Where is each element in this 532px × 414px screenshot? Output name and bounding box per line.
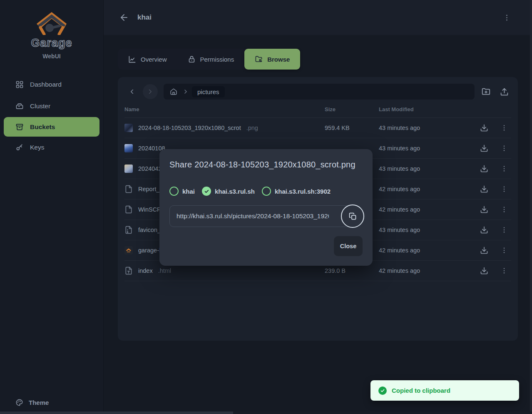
- sidebar-item-label: Buckets: [30, 123, 55, 131]
- row-menu-button[interactable]: [500, 124, 508, 132]
- download-icon: [480, 246, 488, 254]
- browser-toolbar: pictures: [124, 84, 511, 100]
- column-header-name: Name: [124, 106, 325, 112]
- kebab-menu-icon: [500, 124, 508, 132]
- download-icon: [480, 165, 488, 173]
- scrollbar-thumb[interactable]: [0, 412, 233, 414]
- palette-icon: [15, 399, 23, 407]
- column-header-size: Size: [325, 106, 379, 112]
- theme-label: Theme: [29, 399, 49, 406]
- download-button[interactable]: [480, 124, 488, 132]
- close-button[interactable]: Close: [334, 236, 363, 256]
- share-dialog: Share 2024-08-18-105203_1920x1080_scrot.…: [159, 149, 373, 266]
- file-extension: .html: [158, 267, 171, 274]
- file-name: 2024-08-18-105203_1920x1080_scrot: [138, 125, 241, 131]
- file-size: 239.0 B: [325, 267, 379, 274]
- download-button[interactable]: [480, 165, 488, 173]
- sidebar-nav: Dashboard Cluster Buckets Keys: [0, 74, 103, 158]
- radio-unchecked-icon[interactable]: [169, 187, 179, 196]
- sidebar-item-keys[interactable]: Keys: [0, 137, 103, 158]
- table-row[interactable]: 2024-08-18-105203_1920x1080_scrot.png 95…: [124, 118, 511, 138]
- sidebar-item-dashboard[interactable]: Dashboard: [0, 74, 103, 95]
- row-menu-button[interactable]: [500, 185, 508, 193]
- upload-button[interactable]: [497, 85, 511, 99]
- brand-subtitle: WebUI: [0, 53, 103, 60]
- brand-block: Garage WebUI: [0, 0, 103, 60]
- tab-label: Overview: [141, 56, 167, 63]
- sidebar-item-label: Cluster: [30, 102, 50, 110]
- row-menu-button[interactable]: [500, 206, 508, 213]
- arrow-left-icon: [119, 12, 129, 22]
- row-menu-button[interactable]: [500, 267, 508, 274]
- download-button[interactable]: [480, 226, 488, 234]
- image-thumbnail: [124, 165, 133, 173]
- download-icon: [480, 205, 488, 214]
- file-modified: 42 minutes ago: [379, 267, 479, 274]
- kebab-menu-icon: [500, 247, 508, 254]
- host-option-label: khai.s3.rul.sh: [215, 188, 255, 195]
- row-menu-button[interactable]: [500, 145, 508, 152]
- file-modified: 43 minutes ago: [379, 165, 479, 172]
- image-thumbnail: [124, 124, 133, 132]
- upload-icon: [500, 87, 509, 96]
- sidebar-item-label: Keys: [30, 144, 44, 151]
- row-menu-button[interactable]: [500, 226, 508, 234]
- download-button[interactable]: [480, 144, 488, 152]
- download-button[interactable]: [480, 246, 488, 254]
- breadcrumb: pictures: [164, 84, 475, 100]
- file-modified: 42 minutes ago: [379, 247, 479, 254]
- copy-icon: [348, 212, 357, 221]
- folder-plus-icon: [482, 87, 490, 96]
- share-dialog-title: Share 2024-08-18-105203_1920x1080_scrot.…: [169, 160, 355, 170]
- bucket-archive-icon: [15, 123, 24, 131]
- download-button[interactable]: [480, 267, 488, 275]
- copy-url-button[interactable]: [341, 205, 364, 228]
- home-icon: [170, 88, 177, 95]
- new-folder-button[interactable]: [479, 85, 493, 99]
- tab-permissions[interactable]: Permissions: [177, 49, 245, 70]
- sidebar: Garage WebUI Dashboard Cluster Bucket: [0, 0, 104, 414]
- dashboard-grid-icon: [15, 80, 24, 89]
- host-option-khai-s3[interactable]: khai.s3.rul.sh: [202, 187, 255, 196]
- chart-line-icon: [128, 55, 136, 63]
- host-option-khai[interactable]: khai: [169, 187, 195, 196]
- table-header: Name Size Last Modified: [124, 100, 511, 118]
- host-option-label: khai.s3.rul.sh:3902: [275, 188, 331, 195]
- radio-unchecked-icon[interactable]: [262, 187, 271, 196]
- page-title: khai: [137, 13, 152, 22]
- bucket-tabs: Overview Permissions Browse: [118, 49, 300, 70]
- tab-label: Browse: [267, 56, 290, 63]
- share-host-options: khai khai.s3.rul.sh khai.s3.rul.sh:3902: [169, 187, 338, 196]
- breadcrumb-home-button[interactable]: [168, 86, 179, 97]
- tab-overview[interactable]: Overview: [118, 49, 177, 70]
- download-icon: [480, 185, 488, 193]
- nav-back-button[interactable]: [124, 84, 139, 99]
- vertical-scrollbar[interactable]: [530, 0, 532, 414]
- theme-toggle[interactable]: Theme: [15, 399, 49, 407]
- download-button[interactable]: [480, 205, 488, 214]
- download-icon: [480, 144, 488, 152]
- chevron-right-icon: [147, 88, 154, 95]
- breadcrumb-segment-pictures[interactable]: pictures: [192, 86, 225, 97]
- key-icon: [15, 143, 24, 152]
- row-menu-button[interactable]: [500, 247, 508, 254]
- host-option-label: khai: [182, 188, 195, 195]
- garage-thumbnail: [124, 246, 133, 254]
- download-button[interactable]: [480, 185, 488, 193]
- tab-browse[interactable]: Browse: [244, 49, 300, 70]
- file-modified: 42 minutes ago: [379, 186, 479, 192]
- host-option-khai-s3-3902[interactable]: khai.s3.rul.sh:3902: [262, 187, 331, 196]
- back-button[interactable]: [118, 11, 130, 24]
- chevron-left-icon: [128, 88, 136, 95]
- bucket-menu-button[interactable]: [501, 12, 512, 23]
- sidebar-item-cluster[interactable]: Cluster: [0, 95, 103, 117]
- toast-notification[interactable]: Copied to clipboard: [370, 380, 519, 401]
- horizontal-scrollbar[interactable]: [0, 412, 532, 414]
- radio-checked-icon[interactable]: [202, 187, 211, 196]
- cluster-box-icon: [15, 102, 24, 110]
- kebab-menu-icon: [500, 267, 508, 274]
- nav-forward-button[interactable]: [143, 84, 158, 99]
- sidebar-item-buckets[interactable]: Buckets: [4, 117, 99, 137]
- row-menu-button[interactable]: [500, 165, 508, 172]
- share-url-input[interactable]: [169, 205, 355, 227]
